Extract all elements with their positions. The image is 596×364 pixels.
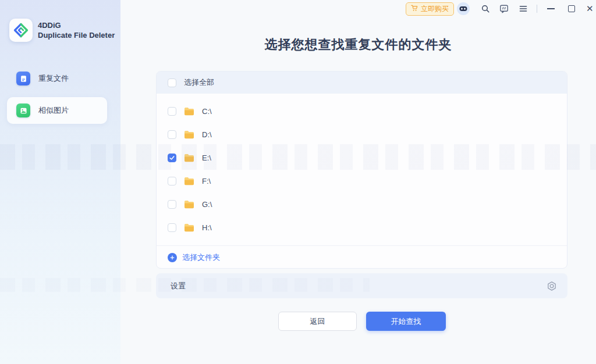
drive-checkbox[interactable] (168, 177, 176, 185)
drive-row[interactable]: H:\ (157, 216, 567, 239)
drive-row[interactable]: G:\ (157, 192, 567, 216)
search-icon[interactable] (481, 4, 490, 13)
drive-checkbox[interactable] (168, 223, 176, 232)
plus-icon (168, 253, 177, 262)
app-name-line1: 4DDiG (38, 20, 115, 30)
duplicate-file-icon (16, 72, 30, 85)
drive-label: G:\ (202, 200, 212, 209)
folder-icon (184, 223, 194, 232)
drive-label: F:\ (202, 177, 211, 185)
start-search-button[interactable]: 开始查找 (366, 312, 446, 331)
folder-icon (184, 177, 194, 185)
app-logo-row: 4DDiG Duplicate File Deleter (9, 19, 115, 42)
select-all-checkbox[interactable] (168, 78, 176, 87)
page-title: 选择您想查找重复文件的文件夹 (120, 36, 596, 53)
menu-icon[interactable] (519, 4, 528, 13)
drive-checkbox[interactable] (168, 107, 176, 116)
drive-label: D:\ (202, 130, 212, 139)
sidebar-item-duplicate-files[interactable]: 重复文件 (7, 65, 107, 92)
cart-icon (411, 5, 418, 13)
buy-now-button[interactable]: 立即购买 (406, 2, 454, 16)
feedback-icon[interactable] (499, 4, 509, 13)
titlebar-separator (537, 5, 537, 13)
drive-panel: 选择全部 C:\ D:\ (156, 71, 567, 269)
folder-icon (184, 200, 194, 209)
settings-bar[interactable]: 设置 (156, 273, 567, 298)
sidebar-item-label: 相似图片 (38, 105, 69, 116)
maximize-icon[interactable] (568, 5, 575, 12)
minimize-icon[interactable] (547, 8, 555, 9)
buy-now-label: 立即购买 (421, 4, 449, 14)
settings-label: 设置 (171, 281, 186, 291)
drive-row[interactable]: C:\ (157, 99, 567, 123)
app-name: 4DDiG Duplicate File Deleter (38, 20, 115, 40)
drive-label: E:\ (202, 154, 211, 162)
drive-label: H:\ (202, 223, 212, 232)
add-folder-button[interactable]: 选择文件夹 (157, 246, 567, 269)
app-name-line2: Duplicate File Deleter (38, 30, 115, 40)
add-folder-label: 选择文件夹 (182, 252, 220, 263)
drive-list: C:\ D:\ E:\ (157, 94, 567, 239)
similar-image-icon (16, 104, 30, 117)
drive-row[interactable]: D:\ (157, 123, 567, 146)
drive-row[interactable]: F:\ (157, 169, 567, 192)
folder-icon (184, 130, 194, 139)
robot-assistant-icon[interactable] (456, 2, 470, 16)
select-all-label: 选择全部 (184, 77, 214, 88)
sidebar-item-label: 重复文件 (38, 73, 69, 84)
folder-icon (184, 107, 194, 116)
drive-checkbox[interactable] (168, 130, 176, 139)
drive-label: C:\ (202, 107, 212, 116)
select-all-row[interactable]: 选择全部 (157, 72, 567, 94)
close-icon[interactable]: ✕ (586, 2, 594, 15)
app-logo-icon (9, 19, 33, 42)
sidebar-item-similar-images[interactable]: 相似图片 (7, 97, 107, 124)
drive-checkbox[interactable] (168, 154, 176, 162)
folder-icon (184, 154, 194, 162)
sidebar: 4DDiG Duplicate File Deleter 重复文件 相似图片 (0, 0, 120, 364)
drive-checkbox[interactable] (168, 200, 176, 209)
back-button[interactable]: 返回 (278, 312, 357, 331)
gear-icon[interactable] (547, 281, 557, 291)
drive-row[interactable]: E:\ (157, 146, 567, 169)
